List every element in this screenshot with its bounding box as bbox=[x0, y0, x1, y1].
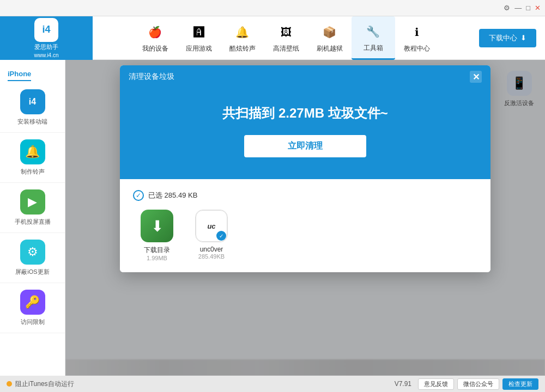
sidebar-item-access-control[interactable]: 🔑 访问限制 bbox=[0, 283, 65, 333]
modal-title: 清理设备垃圾 bbox=[129, 72, 174, 82]
modal-top: 共扫描到 2.27MB 垃圾文件~ 立即清理 bbox=[120, 88, 491, 179]
status-indicator bbox=[7, 381, 12, 387]
nav-icon-ringtones: 🔔 bbox=[233, 22, 252, 42]
brand-url: www.i4.cn bbox=[34, 52, 58, 58]
nav-label-toolbox: 工具箱 bbox=[364, 44, 383, 53]
nav-items: 🍎 我的设备 🅰 应用游戏 🔔 酷炫铃声 🖼 高清壁纸 📦 刷机越狱 🔧 工具箱… bbox=[93, 16, 479, 59]
close-icon: ✕ bbox=[473, 72, 480, 82]
nav-item-ringtones[interactable]: 🔔 酷炫铃声 bbox=[221, 16, 264, 60]
nav-item-app-games[interactable]: 🅰 应用游戏 bbox=[177, 16, 221, 60]
sidebar-item-install-app[interactable]: i4 安装移动端 bbox=[0, 83, 65, 133]
scan-result-text: 共扫描到 2.27MB 垃圾文件~ bbox=[131, 105, 480, 122]
nav-label-wallpaper: 高清壁纸 bbox=[273, 44, 299, 53]
ringtone-icon: 🔔 bbox=[20, 139, 45, 164]
clean-now-button[interactable]: 立即清理 bbox=[244, 135, 366, 157]
restore-icon[interactable]: □ bbox=[526, 4, 530, 12]
modal-overlay: 清理设备垃圾 ✕ 共扫描到 2.27MB 垃圾文件~ 立即清理 ✓ 已选 285… bbox=[65, 60, 545, 376]
minimize-icon[interactable]: — bbox=[514, 4, 522, 12]
file-item-unc0ver[interactable]: uc ✓ unc0ver 285.49KB bbox=[190, 210, 233, 261]
modal-close-button[interactable]: ✕ bbox=[470, 71, 482, 83]
sidebar-tab-label[interactable]: iPhone bbox=[0, 64, 65, 83]
download-dir-size: 1.99MB bbox=[147, 255, 167, 261]
access-control-icon: 🔑 bbox=[20, 290, 45, 315]
wechat-button[interactable]: 微信公众号 bbox=[457, 378, 499, 390]
brand-name: 爱思助手 bbox=[34, 43, 58, 51]
feedback-button[interactable]: 意见反馈 bbox=[418, 378, 454, 390]
modal-dialog: 清理设备垃圾 ✕ 共扫描到 2.27MB 垃圾文件~ 立即清理 ✓ 已选 285… bbox=[120, 65, 491, 272]
nav-icon-tutorial: ℹ bbox=[407, 22, 427, 42]
nav-label-tutorial: 教程中心 bbox=[404, 44, 430, 53]
unc0ver-size: 285.49KB bbox=[198, 253, 225, 260]
settings-icon[interactable]: ⚙ bbox=[504, 4, 510, 12]
nav-icon-toolbox: 🔧 bbox=[364, 22, 383, 41]
ringtone-label: 制作铃声 bbox=[21, 168, 45, 176]
nav-icon-app-games: 🅰 bbox=[189, 22, 209, 42]
tab-label: iPhone bbox=[8, 70, 31, 81]
check-circle-icon: ✓ bbox=[133, 190, 144, 201]
screen-broadcast-icon: ▶ bbox=[20, 189, 45, 215]
file-list: ⬇ 下载目录 1.99MB uc ✓ unc0ver bbox=[133, 210, 477, 261]
access-control-label: 访问限制 bbox=[21, 318, 45, 326]
nav-item-tutorial[interactable]: ℹ 教程中心 bbox=[395, 16, 439, 60]
nav-item-jailbreak[interactable]: 📦 刷机越狱 bbox=[308, 16, 352, 60]
nav-label-app-games: 应用游戏 bbox=[186, 44, 212, 53]
block-ios-label: 屏蔽iOS更新 bbox=[15, 268, 49, 276]
download-btn-label: 下载中心 bbox=[489, 33, 517, 43]
screen-broadcast-label: 手机投屏直播 bbox=[15, 218, 51, 226]
nav-item-my-device[interactable]: 🍎 我的设备 bbox=[134, 16, 177, 60]
sidebar-item-make-ringtone[interactable]: 🔔 制作铃声 bbox=[0, 133, 65, 183]
status-left: 阻止iTunes自动运行 bbox=[7, 379, 388, 389]
nav-item-toolbox[interactable]: 🔧 工具箱 bbox=[352, 16, 395, 60]
nav-icon-jailbreak: 📦 bbox=[320, 22, 340, 42]
selected-label: 已选 285.49 KB bbox=[148, 191, 197, 200]
sidebar-item-block-ios[interactable]: ⚙ 屏蔽iOS更新 bbox=[0, 233, 65, 283]
block-ios-icon: ⚙ bbox=[20, 240, 45, 265]
download-dir-name: 下载目录 bbox=[144, 246, 170, 255]
nav-item-wallpaper[interactable]: 🖼 高清壁纸 bbox=[264, 16, 308, 60]
file-icon-wrap-unc0ver: uc ✓ bbox=[195, 210, 228, 242]
stop-itunes-text: 阻止iTunes自动运行 bbox=[15, 379, 74, 389]
version-text: V7.91 bbox=[395, 380, 411, 388]
modal-body: ✓ 已选 285.49 KB ⬇ 下载目录 1.99MB bbox=[120, 179, 491, 272]
titlebar: ⚙ — □ ✕ bbox=[0, 0, 545, 16]
nav-label-my-device: 我的设备 bbox=[142, 44, 168, 53]
modal-header: 清理设备垃圾 ✕ bbox=[120, 65, 491, 88]
download-arrow-icon: ⬇ bbox=[520, 34, 526, 42]
nav-label-jailbreak: 刷机越狱 bbox=[317, 44, 343, 53]
navbar: i4 爱思助手 www.i4.cn 🍎 我的设备 🅰 应用游戏 🔔 酷炫铃声 🖼… bbox=[0, 16, 545, 60]
check-update-button[interactable]: 检查更新 bbox=[502, 378, 538, 390]
sidebar-item-screen-broadcast[interactable]: ▶ 手机投屏直播 bbox=[0, 183, 65, 233]
statusbar: 阻止iTunes自动运行 V7.91 意见反馈 微信公众号 检查更新 bbox=[0, 376, 545, 392]
status-right: 意见反馈 微信公众号 检查更新 bbox=[418, 378, 538, 390]
sidebar: iPhone i4 安装移动端 🔔 制作铃声 ▶ 手机投屏直播 ⚙ 屏蔽iOS更… bbox=[0, 60, 65, 376]
install-app-icon: i4 bbox=[20, 89, 45, 114]
unc0ver-name: unc0ver bbox=[200, 246, 223, 253]
main-area: iPhone i4 安装移动端 🔔 制作铃声 ▶ 手机投屏直播 ⚙ 屏蔽iOS更… bbox=[0, 60, 545, 376]
nav-icon-my-device: 🍎 bbox=[146, 22, 165, 42]
file-icon-wrap-download: ⬇ bbox=[141, 210, 173, 242]
nav-label-ringtones: 酷炫铃声 bbox=[229, 44, 256, 53]
selected-info: ✓ 已选 285.49 KB bbox=[133, 190, 477, 201]
download-dir-icon: ⬇ bbox=[141, 210, 173, 242]
logo-icon: i4 bbox=[34, 18, 58, 42]
download-center-button[interactable]: 下载中心 ⬇ bbox=[479, 29, 536, 47]
nav-icon-wallpaper: 🖼 bbox=[276, 22, 296, 42]
logo-area: i4 爱思助手 www.i4.cn bbox=[0, 16, 93, 60]
install-app-label: 安装移动端 bbox=[17, 118, 47, 126]
unc0ver-check-badge: ✓ bbox=[216, 231, 226, 241]
content-area: 📱 反激活设备 清理设备垃圾 ✕ 共扫描到 2.27MB 垃圾文件~ 立即清理 bbox=[65, 60, 545, 376]
close-icon[interactable]: ✕ bbox=[535, 4, 541, 12]
file-item-download-dir[interactable]: ⬇ 下载目录 1.99MB bbox=[135, 210, 179, 261]
